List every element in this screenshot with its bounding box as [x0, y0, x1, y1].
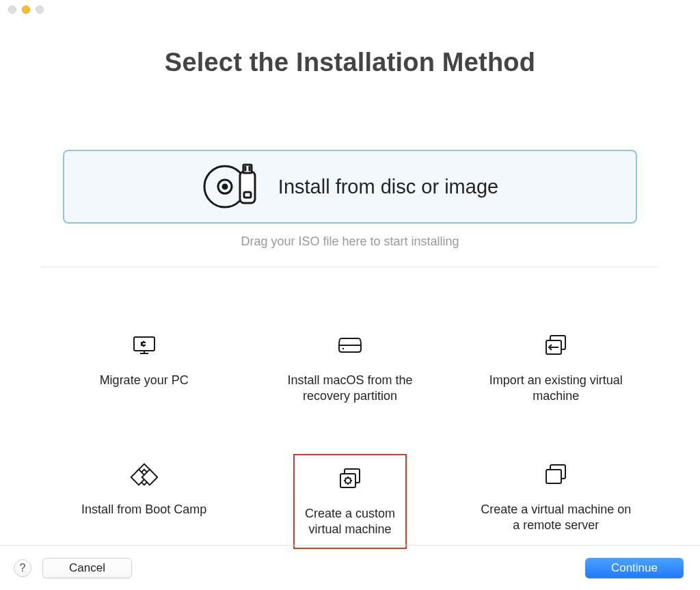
- remote-vm-icon: [542, 461, 569, 488]
- macos-recovery-option[interactable]: Install macOS from the recovery partitio…: [265, 325, 435, 414]
- window-titlebar: [0, 0, 700, 19]
- remote-vm-label: Create a virtual machine on a remote ser…: [477, 502, 634, 534]
- svg-point-12: [342, 348, 344, 349]
- svg-rect-21: [340, 474, 355, 487]
- window-zoom-button[interactable]: [36, 5, 44, 14]
- continue-button[interactable]: Continue: [585, 558, 684, 578]
- install-from-disc-label: Install from disc or image: [278, 176, 498, 198]
- import-vm-option[interactable]: Import an existing virtual machine: [470, 325, 641, 414]
- section-divider: [41, 267, 659, 267]
- window-close-button[interactable]: [8, 5, 16, 14]
- migrate-pc-label: Migrate your PC: [100, 373, 189, 388]
- migrate-pc-icon: [131, 332, 158, 359]
- bootcamp-label: Install from Boot Camp: [81, 502, 206, 518]
- svg-rect-8: [134, 337, 154, 351]
- macos-recovery-label: Install macOS from the recovery partitio…: [271, 373, 429, 405]
- cancel-button[interactable]: Cancel: [42, 558, 132, 578]
- remote-vm-option[interactable]: Create a virtual machine on a remote ser…: [470, 454, 641, 549]
- options-grid: Migrate your PC Install macOS from the r…: [41, 325, 659, 549]
- disc-usb-icon: [202, 162, 259, 211]
- page-title: Select the Installation Method: [165, 48, 535, 77]
- hard-disk-icon: [336, 332, 364, 359]
- drag-iso-hint: Drag your ISO file here to start install…: [63, 234, 637, 264]
- footer: ? Cancel Continue: [0, 545, 700, 590]
- custom-vm-icon: [336, 465, 364, 492]
- window-minimize-button[interactable]: [22, 5, 30, 14]
- bootcamp-icon: [131, 461, 158, 488]
- migrate-pc-option[interactable]: Migrate your PC: [59, 325, 230, 414]
- import-vm-label: Import an existing virtual machine: [477, 373, 634, 405]
- svg-rect-24: [546, 470, 561, 483]
- svg-point-2: [223, 185, 227, 189]
- custom-vm-option[interactable]: Create a custom virtual machine: [293, 454, 407, 549]
- help-button[interactable]: ?: [14, 559, 31, 577]
- svg-rect-19: [142, 469, 157, 485]
- bootcamp-option[interactable]: Install from Boot Camp: [59, 454, 230, 549]
- custom-vm-label: Create a custom virtual machine: [299, 506, 401, 538]
- install-from-disc-option[interactable]: Install from disc or image: [63, 150, 637, 224]
- import-vm-icon: [542, 332, 569, 359]
